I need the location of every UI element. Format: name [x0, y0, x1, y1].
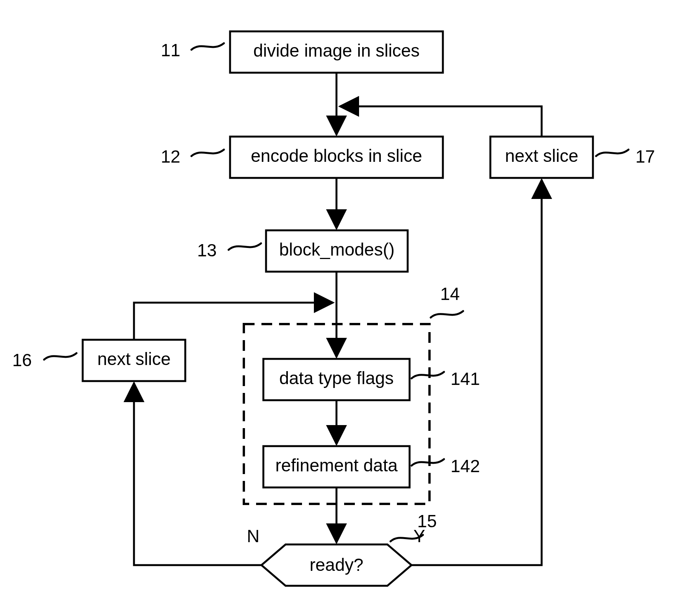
node-16-text: next slice — [97, 349, 171, 369]
arrow-16-to-join — [134, 303, 333, 340]
label-13: 13 — [197, 240, 217, 260]
squiggle-12 — [191, 150, 224, 156]
squiggle-142 — [411, 459, 444, 466]
node-142-text: refinement data — [275, 455, 398, 475]
squiggle-16 — [44, 353, 77, 360]
label-11: 11 — [161, 40, 180, 60]
label-12: 12 — [161, 147, 180, 166]
label-141: 141 — [451, 369, 480, 389]
node-12-text: encode blocks in slice — [251, 146, 422, 166]
squiggle-11 — [191, 43, 224, 50]
node-11-text: divide image in slices — [253, 41, 420, 60]
node-13-text: block_modes() — [279, 240, 395, 259]
squiggle-14 — [431, 311, 463, 318]
branch-label-y: Y — [413, 526, 425, 546]
squiggle-13 — [229, 243, 261, 250]
node-141-text: data type flags — [279, 368, 394, 388]
label-17: 17 — [635, 147, 655, 166]
label-16: 16 — [12, 350, 32, 370]
squiggle-17 — [596, 150, 629, 156]
arrow-15-to-16 — [134, 383, 261, 565]
branch-label-n: N — [247, 526, 260, 546]
flowchart-diagram: divide image in slices 11 encode blocks … — [0, 0, 676, 616]
squiggle-141 — [411, 372, 444, 378]
arrow-17-to-join — [340, 106, 542, 137]
label-14: 14 — [440, 284, 460, 304]
node-17-text: next slice — [505, 146, 578, 166]
label-142: 142 — [451, 456, 480, 476]
node-15-text: ready? — [310, 555, 364, 575]
